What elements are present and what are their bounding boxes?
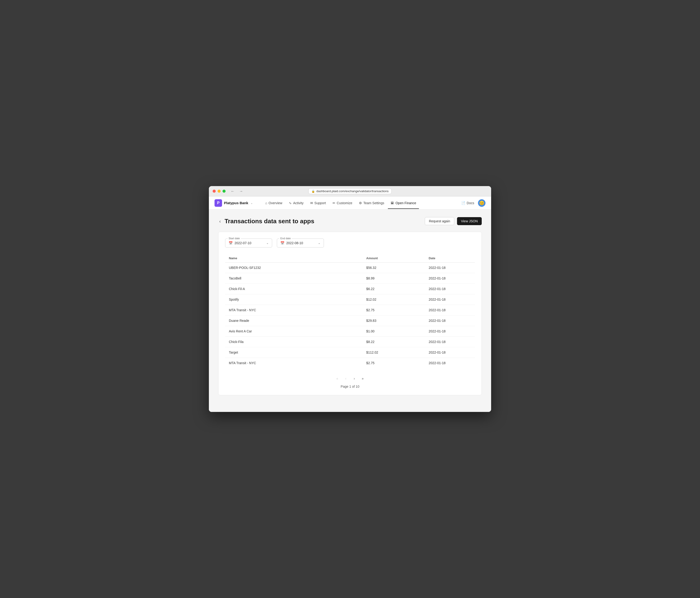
cell-date-5: 2022-01-18: [425, 316, 475, 326]
next-page-button[interactable]: ›: [350, 375, 358, 382]
table-row: Duane Reade $29.83 2022-01-18: [225, 316, 475, 326]
end-date-chevron-icon: ⌄: [318, 241, 320, 245]
cell-date-2: 2022-01-18: [425, 284, 475, 294]
back-button[interactable]: ‹: [218, 218, 222, 225]
nav-item-support[interactable]: ✉ Support: [307, 199, 329, 207]
forward-arrow[interactable]: →: [238, 189, 244, 194]
nav-item-overview[interactable]: ⌂ Overview: [262, 199, 285, 207]
nav-item-team-settings[interactable]: ⚙ Team Settings: [356, 199, 387, 207]
table-row: TacoBell $8.99 2022-01-18: [225, 273, 475, 284]
table-body: UBER-POOL-SF1232 $56.32 2022-01-18 TacoB…: [225, 263, 475, 368]
calendar-icon-end: 📅: [280, 241, 284, 245]
end-date-field[interactable]: End date 📅 2022-08-10 ⌄: [277, 239, 324, 248]
table-row: MTA Transit - NYC $2.75 2022-01-18: [225, 358, 475, 368]
nav-right: 📄 Docs 😊: [461, 199, 485, 207]
cell-amount-2: $6.22: [362, 284, 425, 294]
traffic-lights: [212, 190, 226, 193]
transactions-card: Start date 📅 2022-07-10 ⌄ End date: [218, 232, 482, 395]
team-settings-icon: ⚙: [359, 201, 362, 205]
cell-date-9: 2022-01-18: [425, 358, 475, 368]
minimize-button[interactable]: [218, 190, 221, 193]
nav-item-open-finance[interactable]: 🏛 Open Finance: [388, 199, 419, 207]
page-title: Transactions data sent to apps: [225, 218, 314, 225]
start-date-value: 2022-07-10: [234, 241, 251, 245]
table-header-row: Name Amount Date: [225, 254, 475, 263]
pagination-controls: « ‹ › »: [333, 375, 367, 382]
header-actions: Request again View JSON: [425, 217, 482, 225]
start-date-chevron-icon: ⌄: [266, 241, 269, 245]
cell-name-9: MTA Transit - NYC: [225, 358, 362, 368]
transactions-table: Name Amount Date UBER-POOL-SF1232 $: [225, 254, 475, 368]
support-icon: ✉: [310, 201, 313, 205]
col-header-amount: Amount: [362, 254, 425, 263]
cell-date-8: 2022-01-18: [425, 347, 475, 358]
end-date-value: 2022-08-10: [286, 241, 303, 245]
maximize-button[interactable]: [223, 190, 226, 193]
last-page-button[interactable]: »: [359, 375, 367, 382]
url-text: dashboard.plaid.com/exchange/validator/t…: [316, 190, 389, 193]
view-json-button[interactable]: View JSON: [457, 217, 482, 225]
app-window: ← → 🔒 dashboard.plaid.com/exchange/valid…: [209, 186, 491, 412]
col-header-name: Name: [225, 254, 362, 263]
prev-page-button[interactable]: ‹: [342, 375, 350, 382]
start-date-field[interactable]: Start date 📅 2022-07-10 ⌄: [225, 239, 272, 248]
cell-name-6: Avis Rent A Car: [225, 326, 362, 337]
cell-date-0: 2022-01-18: [425, 263, 475, 273]
cell-amount-0: $56.32: [362, 263, 425, 273]
docs-icon: 📄: [461, 201, 465, 205]
nav-item-activity[interactable]: ∿ Activity: [286, 199, 306, 207]
table-row: Target $112.02 2022-01-18: [225, 347, 475, 358]
table-row: Chick-Fil-A $6.22 2022-01-18: [225, 284, 475, 294]
nav-arrows: ← →: [229, 189, 244, 194]
cell-date-4: 2022-01-18: [425, 305, 475, 316]
brand[interactable]: P Platypus Bank ⌄: [215, 199, 253, 207]
table-row: Chick-Fila $8.22 2022-01-18: [225, 337, 475, 347]
open-finance-icon: 🏛: [391, 201, 394, 205]
cell-amount-5: $29.83: [362, 316, 425, 326]
back-arrow[interactable]: ←: [229, 189, 236, 194]
page-content: ‹ Transactions data sent to apps Request…: [209, 209, 491, 412]
activity-icon: ∿: [289, 201, 292, 205]
cell-name-1: TacoBell: [225, 273, 362, 284]
table-header: Name Amount Date: [225, 254, 475, 263]
cell-name-0: UBER-POOL-SF1232: [225, 263, 362, 273]
cell-name-7: Chick-Fila: [225, 337, 362, 347]
cell-amount-9: $2.75: [362, 358, 425, 368]
calendar-icon-start: 📅: [229, 241, 233, 245]
close-button[interactable]: [212, 190, 216, 193]
request-again-button[interactable]: Request again: [425, 217, 454, 225]
brand-logo: P: [215, 199, 222, 207]
cell-name-4: MTA Transit - NYC: [225, 305, 362, 316]
table-row: Avis Rent A Car $1.00 2022-01-18: [225, 326, 475, 337]
address-bar[interactable]: 🔒 dashboard.plaid.com/exchange/validator…: [308, 188, 392, 194]
lock-icon: 🔒: [311, 190, 315, 193]
cell-date-3: 2022-01-18: [425, 294, 475, 305]
cell-date-7: 2022-01-18: [425, 337, 475, 347]
table-row: Spotify $12.02 2022-01-18: [225, 294, 475, 305]
avatar[interactable]: 😊: [478, 199, 485, 207]
cell-name-5: Duane Reade: [225, 316, 362, 326]
first-page-button[interactable]: «: [333, 375, 341, 382]
docs-button[interactable]: 📄 Docs: [461, 201, 474, 205]
title-bar: ← → 🔒 dashboard.plaid.com/exchange/valid…: [209, 186, 491, 196]
cell-name-2: Chick-Fil-A: [225, 284, 362, 294]
cell-amount-8: $112.02: [362, 347, 425, 358]
page-title-area: ‹ Transactions data sent to apps: [218, 218, 314, 225]
overview-icon: ⌂: [265, 201, 267, 205]
nav-items: ⌂ Overview ∿ Activity ✉ Support ✏ Custom…: [262, 199, 461, 207]
table-row: UBER-POOL-SF1232 $56.32 2022-01-18: [225, 263, 475, 273]
start-date-label: Start date: [228, 237, 241, 240]
cell-amount-7: $8.22: [362, 337, 425, 347]
top-nav: P Platypus Bank ⌄ ⌂ Overview ∿ Activity …: [209, 196, 491, 209]
end-date-label: End date: [279, 237, 292, 240]
cell-date-1: 2022-01-18: [425, 273, 475, 284]
date-filters: Start date 📅 2022-07-10 ⌄ End date: [225, 239, 475, 248]
brand-name: Platypus Bank: [224, 201, 248, 205]
pagination: « ‹ › » Page 1 of 10: [225, 375, 475, 389]
nav-item-customize[interactable]: ✏ Customize: [330, 199, 355, 207]
cell-amount-4: $2.75: [362, 305, 425, 316]
main-content: P Platypus Bank ⌄ ⌂ Overview ∿ Activity …: [209, 196, 491, 412]
cell-name-3: Spotify: [225, 294, 362, 305]
cell-amount-6: $1.00: [362, 326, 425, 337]
customize-icon: ✏: [332, 201, 335, 205]
